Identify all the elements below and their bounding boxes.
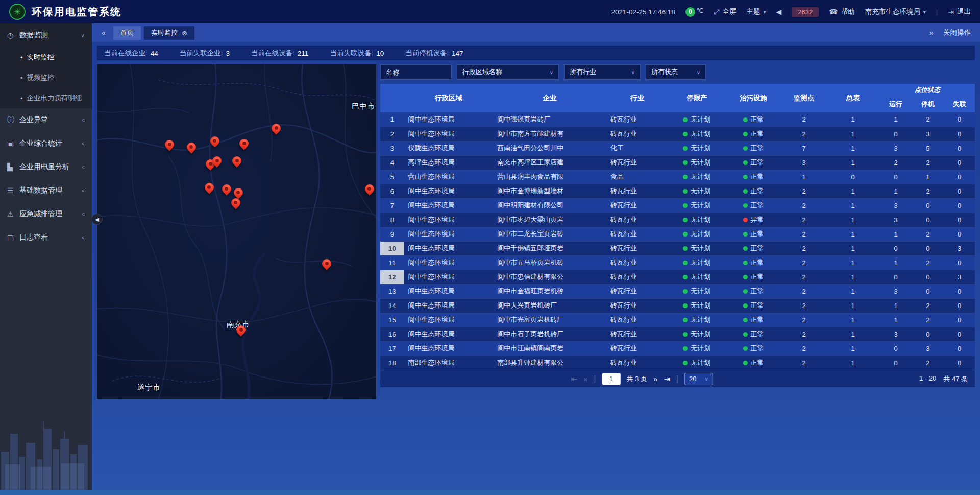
table-row[interactable]: 4 高坪生态环境局 南充市高坪区王家店建 砖瓦行业 无计划 正常 <box>380 155 975 170</box>
map-pin-icon[interactable] <box>212 156 222 169</box>
table-row[interactable]: 1 阆中生态环境局 阆中强锐页岩砖厂 砖瓦行业 无计划 正常 <box>380 112 975 127</box>
cell-company: 阆中市江南镇阆南页岩 <box>493 341 606 356</box>
cell-meters: 1 <box>826 284 880 298</box>
cell-meters: 1 <box>826 184 880 198</box>
cell-industry: 砖瓦行业 <box>606 241 669 255</box>
table-row[interactable]: 12 阆中生态环境局 阆中市忠信建材有限公 砖瓦行业 无计划 正常 <box>380 270 975 284</box>
cell-limit-status: 无计划 <box>669 241 725 255</box>
monitor-gauge-icon: ◷ <box>7 31 19 39</box>
help-button[interactable]: ☎ 帮助 <box>829 7 854 16</box>
notification-count-badge[interactable]: 2632 <box>792 7 819 17</box>
close-tab-icon[interactable]: ⊗ <box>182 29 187 37</box>
logout-button[interactable]: ⇥ 退出 <box>948 7 971 16</box>
cell-region: 阆中生态环境局 <box>404 341 494 356</box>
region-filter-select[interactable]: 行政区域名称 ∨ <box>457 64 559 80</box>
sidebar-item-log-view[interactable]: ▤ 日志查看 < <box>0 226 92 249</box>
limit-status-dot <box>683 318 688 322</box>
table-row[interactable]: 14 阆中生态环境局 阆中大兴页岩机砖厂 砖瓦行业 无计划 正常 <box>380 298 975 313</box>
map[interactable]: 巴中市 南充市 遂宁市 <box>97 64 376 399</box>
cell-stop: 2 <box>912 112 944 127</box>
tab-scroll-left-button[interactable]: « <box>97 26 110 39</box>
cell-index: 12 <box>380 270 404 284</box>
chevron-left-icon: < <box>82 164 85 170</box>
tab-home[interactable]: 首页 <box>113 26 141 40</box>
close-operations-button[interactable]: 关闭操作 <box>943 28 971 37</box>
map-pin-icon[interactable] <box>239 139 249 151</box>
app-header: ✳ 环保用电监管系统 2021-02-25 17:46:18 0 ℃ ⤢ 全屏 … <box>0 0 980 23</box>
limit-status-dot <box>683 218 688 222</box>
cell-run: 1 <box>880 227 912 241</box>
cell-run: 1 <box>880 298 912 313</box>
table-row[interactable]: 8 阆中生态环境局 阆中市枣碧大梁山页岩 砖瓦行业 无计划 异常 <box>380 213 975 227</box>
announcement-button[interactable]: ◀ <box>776 8 782 16</box>
collapse-map-button[interactable]: ◀ <box>91 214 103 225</box>
cell-lost: 3 <box>944 241 975 255</box>
page-size-select[interactable]: 20 ∨ <box>684 373 713 385</box>
sidebar-item-power-analysis[interactable]: ▙ 企业用电量分析 < <box>0 155 92 179</box>
theme-dropdown[interactable]: 主题 ▾ <box>747 7 766 16</box>
cell-lost: 0 <box>944 284 975 298</box>
map-pin-icon[interactable] <box>187 143 196 155</box>
map-pin-icon[interactable] <box>165 140 174 152</box>
org-dropdown[interactable]: 南充市生态环境局 ▾ <box>865 7 926 16</box>
cell-limit-status: 无计划 <box>669 141 725 155</box>
cell-lost: 0 <box>944 198 975 213</box>
limit-status-dot <box>683 361 688 365</box>
table-row[interactable]: 16 阆中生态环境局 阆中市石子页岩机砖厂 砖瓦行业 无计划 正常 <box>380 327 975 341</box>
sidebar-item-company-statistics[interactable]: ▣ 企业综合统计 < <box>0 132 92 155</box>
table-row[interactable]: 6 阆中生态环境局 阆中市金博瑞新型墙材 砖瓦行业 无计划 正常 <box>380 184 975 198</box>
first-page-button[interactable]: ⇤ <box>571 374 577 384</box>
cell-points: 2 <box>781 127 826 141</box>
map-pin-icon[interactable] <box>232 156 241 169</box>
tab-realtime-monitor[interactable]: 实时监控 ⊗ <box>144 26 194 40</box>
table-row[interactable]: 15 阆中生态环境局 阆中市光富页岩机砖厂 砖瓦行业 无计划 正常 <box>380 313 975 327</box>
table-row[interactable]: 3 仪陇生态环境局 西南油气田分公司川中 化工 无计划 正常 <box>380 141 975 155</box>
cell-stop: 3 <box>912 127 944 141</box>
sidebar-item-realtime-monitor[interactable]: • 实时监控 <box>0 47 92 67</box>
cell-run: 0 <box>880 341 912 356</box>
fullscreen-button[interactable]: ⤢ 全屏 <box>714 7 736 16</box>
table-row[interactable]: 17 阆中生态环境局 阆中市江南镇阆南页岩 砖瓦行业 无计划 正常 <box>380 341 975 356</box>
tab-scroll-right-button[interactable]: » <box>925 26 938 39</box>
sidebar-item-emergency-reduction[interactable]: ⚠ 应急减排管理 < <box>0 202 92 226</box>
cell-limit-status: 无计划 <box>669 255 725 270</box>
cell-meters: 1 <box>826 327 880 341</box>
table-row[interactable]: 18 南部生态环境局 南部县升钟建材有限公 砖瓦行业 无计划 正常 <box>380 356 975 370</box>
table-row[interactable]: 7 阆中生态环境局 阆中明阳建材有限公司 砖瓦行业 无计划 正常 <box>380 198 975 213</box>
status-filter-select[interactable]: 所有状态 ∨ <box>646 64 706 80</box>
table-row[interactable]: 5 营山生态环境局 营山县润丰肉食品有限 食品 无计划 正常 <box>380 170 975 184</box>
page-number-input[interactable] <box>602 373 620 385</box>
industry-filter-select[interactable]: 所有行业 ∨ <box>564 64 641 80</box>
cell-points: 2 <box>781 341 826 356</box>
map-pin-icon[interactable] <box>322 259 331 271</box>
map-pin-icon[interactable] <box>222 184 231 197</box>
map-pin-icon[interactable] <box>210 136 219 149</box>
sidebar-item-data-monitoring[interactable]: ◷ 数据监测 ∨ <box>0 23 92 47</box>
fullscreen-label: 全屏 <box>723 7 737 16</box>
cell-lost: 0 <box>944 127 975 141</box>
last-page-button[interactable]: ⇥ <box>664 374 670 384</box>
table-row[interactable]: 13 阆中生态环境局 阆中市金福旺页岩机砖 砖瓦行业 无计划 正常 <box>380 284 975 298</box>
map-pin-icon[interactable] <box>236 325 246 338</box>
table-row[interactable]: 2 阆中生态环境局 阆中市南方节能建材有 砖瓦行业 无计划 正常 <box>380 127 975 141</box>
sidebar-item-company-abnormal[interactable]: ⓘ 企业异常 < <box>0 108 92 132</box>
facility-status-dot <box>743 261 748 265</box>
map-pin-icon[interactable] <box>365 184 374 197</box>
table-row[interactable]: 9 阆中生态环境局 阆中市二龙长宝页岩砖 砖瓦行业 无计划 正常 <box>380 227 975 241</box>
prev-page-button[interactable]: « <box>583 374 587 383</box>
sidebar-item-base-data[interactable]: ☰ 基础数据管理 < <box>0 179 92 202</box>
name-filter-input[interactable] <box>380 64 452 80</box>
cell-lost: 0 <box>944 112 975 127</box>
sidebar-item-video-monitor[interactable]: • 视频监控 <box>0 67 92 88</box>
map-pin-icon[interactable] <box>205 183 214 195</box>
cell-limit-status: 无计划 <box>669 284 725 298</box>
facility-status-dot <box>743 175 748 179</box>
sidebar-item-power-load-detail[interactable]: • 企业电力负荷明细 <box>0 88 92 108</box>
table-row[interactable]: 10 阆中生态环境局 阆中千佛镇五郎垭页岩 砖瓦行业 无计划 正常 <box>380 241 975 255</box>
next-page-button[interactable]: » <box>653 374 657 383</box>
cell-lost: 0 <box>944 341 975 356</box>
table-row[interactable]: 11 阆中生态环境局 阆中市五马桥页岩机砖 砖瓦行业 无计划 正常 <box>380 255 975 270</box>
map-pin-icon[interactable] <box>231 198 240 210</box>
chevron-left-icon: < <box>82 140 85 147</box>
map-pin-icon[interactable] <box>272 124 281 136</box>
